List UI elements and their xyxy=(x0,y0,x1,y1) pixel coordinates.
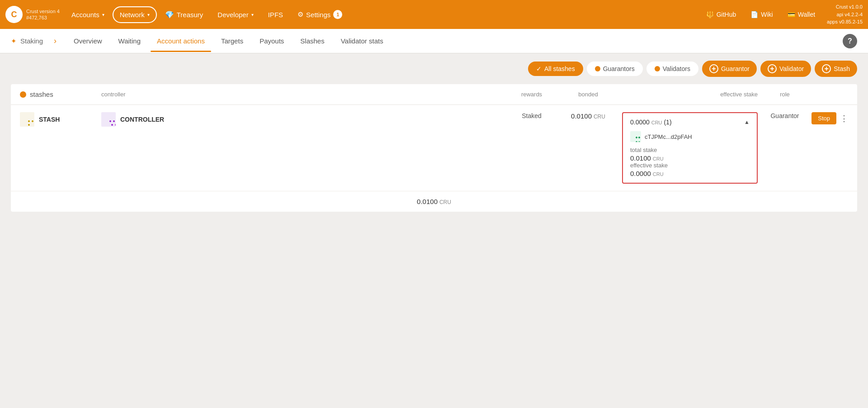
effective-unit: CRU xyxy=(651,120,662,125)
add-stash-button[interactable]: + Stash xyxy=(815,61,857,77)
ipfs-menu[interactable]: IPFS xyxy=(262,7,289,22)
wallet-link[interactable]: 💳 Wallet xyxy=(781,7,821,22)
top-navigation: C Crust version 4 #472,763 Accounts ▾ Ne… xyxy=(0,0,868,29)
chevron-down-icon: ▾ xyxy=(102,12,104,17)
plus-icon: + xyxy=(709,64,718,73)
checkmark-icon: ✓ xyxy=(536,65,542,72)
bonded-value-unit: CRU xyxy=(594,114,605,120)
footer-total: 0.0100 CRU xyxy=(417,198,451,205)
all-stashes-filter[interactable]: ✓ All stashes xyxy=(528,62,583,76)
total-stake-value: 0.0100 CRU xyxy=(630,154,750,162)
total-stake-label: total stake xyxy=(630,147,750,153)
version-info: Crust version 4 #472,763 xyxy=(26,8,60,21)
controller-identicon xyxy=(101,112,116,127)
header-controller: controller xyxy=(101,91,509,98)
header-bonded: bonded xyxy=(554,91,622,98)
tab-slashes[interactable]: Slashes xyxy=(294,30,330,52)
gear-icon: ⚙ xyxy=(297,10,303,19)
wallet-icon: 💳 xyxy=(788,11,795,18)
sub-navigation: ✦ Staking › Overview Waiting Account act… xyxy=(0,29,868,53)
wiki-link[interactable]: 📄 Wiki xyxy=(744,7,779,22)
network-menu[interactable]: Network ▾ xyxy=(113,6,157,23)
table-row: STASH CONTROLLER Staked 0.0100 CRU xyxy=(11,105,857,191)
staking-icon: ✦ xyxy=(11,37,17,45)
stash-cell: STASH xyxy=(20,112,101,127)
main-content: stashes controller rewards bonded effect… xyxy=(0,84,868,223)
effective-stake-popup: 0.0000 CRU (1) ▲ cTJPMc...d2pFAH total s… xyxy=(622,112,758,184)
staking-section-label: ✦ Staking xyxy=(11,37,43,45)
add-validator-button[interactable]: + Validator xyxy=(760,61,811,77)
effective-count: (1) xyxy=(664,119,671,126)
add-guarantor-button[interactable]: + Guarantor xyxy=(702,61,757,77)
notification-badge: 1 xyxy=(333,10,342,19)
stash-name: STASH xyxy=(39,116,60,123)
bonded-cell: 0.0100 CRU xyxy=(554,112,622,120)
table-header: stashes controller rewards bonded effect… xyxy=(11,84,857,105)
api-version: Crust v1.0.0 api v4.2.2-4 apps v0.85.2-1… xyxy=(827,3,863,26)
sub-nav-right: ? xyxy=(843,34,857,48)
tab-waiting[interactable]: Waiting xyxy=(112,30,147,52)
validator-name: cTJPMc...d2pFAH xyxy=(645,133,692,140)
more-options-button[interactable]: ⋮ xyxy=(840,114,848,123)
section-separator: › xyxy=(54,36,57,46)
accounts-menu[interactable]: Accounts ▾ xyxy=(65,7,111,22)
header-rewards: rewards xyxy=(509,91,554,98)
chevron-down-icon: ▾ xyxy=(147,12,150,17)
table-footer: 0.0100 CRU xyxy=(11,191,857,212)
chevron-down-icon: ▾ xyxy=(251,12,254,17)
block-number: #472,763 xyxy=(26,14,60,21)
tab-validator-stats[interactable]: Validator stats xyxy=(335,30,390,52)
stop-button[interactable]: Stop xyxy=(811,112,836,124)
effective-stake-label: effective stake xyxy=(630,162,750,169)
actions-cell: Stop ⋮ xyxy=(812,112,848,124)
tab-overview[interactable]: Overview xyxy=(67,30,108,52)
logo-icon: C xyxy=(5,6,23,23)
plus-icon: + xyxy=(822,64,831,73)
eff-stake-value: 0.0000 CRU xyxy=(630,170,750,177)
effective-header: 0.0000 CRU (1) ▲ xyxy=(630,119,750,126)
validators-dot xyxy=(655,66,660,71)
app-version: Crust version 4 xyxy=(26,8,60,14)
controller-cell: CONTROLLER xyxy=(101,112,509,127)
stash-identicon xyxy=(20,112,34,127)
role-cell: Guarantor xyxy=(758,112,812,119)
validators-filter[interactable]: Validators xyxy=(646,62,698,76)
header-effective-stake: effective stake xyxy=(622,91,758,98)
wiki-icon: 📄 xyxy=(750,11,758,18)
controller-name: CONTROLLER xyxy=(120,116,164,123)
guarantors-dot xyxy=(595,66,600,71)
header-role: role xyxy=(758,91,812,98)
stashes-table: stashes controller rewards bonded effect… xyxy=(11,84,857,212)
github-link[interactable]: 🔱 GitHub xyxy=(700,7,743,22)
tab-payouts[interactable]: Payouts xyxy=(253,30,290,52)
settings-menu[interactable]: ⚙ Settings 1 xyxy=(291,6,349,23)
tab-account-actions[interactable]: Account actions xyxy=(151,30,211,52)
help-button[interactable]: ? xyxy=(843,34,857,48)
guarantors-filter[interactable]: Guarantors xyxy=(587,62,643,76)
developer-menu[interactable]: Developer ▾ xyxy=(211,7,259,22)
plus-icon: + xyxy=(768,64,777,73)
effective-stake-cell: 0.0000 CRU (1) ▲ cTJPMc...d2pFAH total s… xyxy=(622,112,758,184)
tab-targets[interactable]: Targets xyxy=(215,30,250,52)
diamond-icon: 💎 xyxy=(165,10,174,19)
collapse-button[interactable]: ▲ xyxy=(744,119,750,125)
nav-right-section: 🔱 GitHub 📄 Wiki 💳 Wallet Crust v1.0.0 ap… xyxy=(700,3,863,26)
rewards-cell: Staked xyxy=(509,112,554,119)
bonded-value-big: 0.0100 xyxy=(571,112,592,120)
filter-toolbar: ✓ All stashes Guarantors Validators + Gu… xyxy=(0,53,868,84)
treasury-menu[interactable]: 💎 Treasury xyxy=(159,7,210,23)
header-stashes: stashes xyxy=(20,90,101,98)
stash-indicator xyxy=(20,91,26,98)
validator-identicon xyxy=(630,131,641,142)
logo-area[interactable]: C Crust version 4 #472,763 xyxy=(5,6,60,23)
effective-value: 0.0000 CRU (1) xyxy=(630,119,672,126)
github-icon: 🔱 xyxy=(706,11,714,18)
validator-item: cTJPMc...d2pFAH xyxy=(630,131,750,142)
